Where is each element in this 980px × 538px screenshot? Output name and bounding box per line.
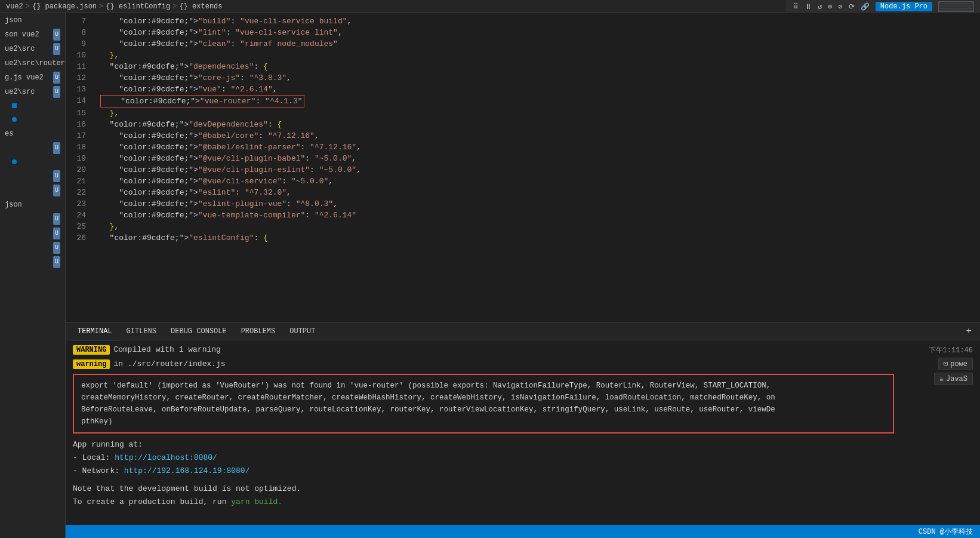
code-line-16: 16 "color:#9cdcfe;">"devDependencies": {	[66, 119, 980, 130]
code-line-22: 22 "color:#9cdcfe;">"eslint": "^7.32.0",	[66, 187, 980, 198]
sidebar-item[interactable]: U	[0, 255, 65, 269]
dot-indicator	[12, 159, 17, 164]
code-line-17: 17 "color:#9cdcfe;">"@babel/core": "^7.1…	[66, 130, 980, 142]
terminal-tabs-bar: TERMINAL GITLENS DEBUG CONSOLE PROBLEMS …	[66, 322, 980, 340]
toolbar-stop-icon[interactable]: ⊘	[839, 2, 843, 11]
tab-debug-console[interactable]: DEBUG CONSOLE	[164, 322, 234, 340]
warning-badge: WARNING	[73, 345, 110, 355]
code-line-18: 18 "color:#9cdcfe;">"@babel/eslint-parse…	[66, 142, 980, 153]
note-line2: To create a production build, run	[73, 497, 231, 506]
dot-indicator	[12, 103, 17, 108]
sidebar-item[interactable]: U	[0, 212, 65, 226]
sidebar-item[interactable]: U	[0, 183, 65, 198]
code-line-12: 12 "color:#9cdcfe;">"core-js": "^3.8.3",	[66, 72, 980, 84]
minimap-thumbnail	[938, 1, 974, 12]
sidebar-item[interactable]: json	[0, 13, 65, 27]
timestamp: 下午1:11:46	[929, 345, 973, 355]
app-running-section: App running at: - Local: http://localhos…	[73, 438, 894, 509]
terminal-content-area: WARNINGCompiled with 1 warning warningin…	[73, 345, 894, 520]
toolbar-add-icon[interactable]: ⊕	[828, 2, 832, 11]
terminal-add-button[interactable]: +	[962, 326, 975, 337]
warning-compiled-line: WARNINGCompiled with 1 warning	[73, 345, 894, 355]
terminal-side-power[interactable]: ⊡ powe	[938, 358, 973, 370]
local-label: - Local:	[73, 453, 110, 462]
network-url[interactable]: http://192.168.124.19:8080/	[124, 466, 250, 475]
code-line-25: 25 },	[66, 221, 980, 232]
sidebar-item[interactable]: ue2\src\router	[0, 56, 65, 70]
code-line-26: 26 "color:#9cdcfe;">"eslintConfig": {	[66, 232, 980, 244]
warning-location-badge: warning	[73, 359, 110, 369]
code-line-13: 13 "color:#9cdcfe;">"vue": "^2.6.14",	[66, 84, 980, 95]
warning-location-line: warningin ./src/router/index.js	[73, 359, 894, 369]
sidebar-item[interactable]: U	[0, 241, 65, 255]
error-box: export 'default' (imported as 'VueRouter…	[73, 374, 894, 434]
code-line-24: 24 "color:#9cdcfe;">"vue-template-compil…	[66, 210, 980, 221]
code-line-9: 9 "color:#9cdcfe;">"clean": "rimraf node…	[66, 38, 980, 50]
sidebar-item[interactable]: U	[0, 141, 65, 155]
warning-path: in ./src/router/index.js	[113, 359, 225, 368]
dot-indicator	[12, 117, 17, 122]
app-running-title: App running at:	[73, 438, 894, 451]
warning-message: Compiled with 1 warning	[113, 345, 220, 354]
sidebar-item[interactable]: U	[0, 169, 65, 183]
code-line-11: 11 "color:#9cdcfe;">"dependencies": {	[66, 61, 980, 72]
tab-problems[interactable]: PROBLEMS	[234, 322, 283, 340]
code-line-23: 23 "color:#9cdcfe;">"eslint-plugin-vue":…	[66, 198, 980, 210]
sidebar-item[interactable]: ue2\src U	[0, 85, 65, 99]
sidebar-item[interactable]: es	[0, 127, 65, 141]
tab-gitlens[interactable]: GITLENS	[119, 322, 164, 340]
sidebar-item[interactable]: g.js vue2 U	[0, 70, 65, 85]
code-line-7: 7 "color:#9cdcfe;">"build": "vue-cli-ser…	[66, 16, 980, 27]
sidebar-item[interactable]: json	[0, 198, 65, 212]
note-command: yarn build.	[231, 497, 282, 506]
code-line-20: 20 "color:#9cdcfe;">"@vue/cli-plugin-esl…	[66, 164, 980, 176]
code-line-8: 8 "color:#9cdcfe;">"lint": "vue-cli-serv…	[66, 27, 980, 38]
sidebar-item[interactable]: U	[0, 226, 65, 241]
sidebar-item[interactable]: ue2\src U	[0, 42, 65, 56]
toolbar-refresh-icon[interactable]: ↺	[818, 2, 822, 11]
breadcrumb: vue2 > {} package.json > {} eslintConfig…	[6, 2, 223, 11]
node-label: Node.js Pro	[876, 2, 932, 11]
code-line-15: 15 },	[66, 107, 980, 119]
code-line-10: 10 },	[66, 50, 980, 61]
toolbar-pause-icon[interactable]: ⏸	[805, 2, 812, 11]
network-label: - Network:	[73, 466, 119, 475]
terminal-side-java[interactable]: ☕ JavaS	[934, 373, 973, 385]
tab-output[interactable]: OUTPUT	[282, 322, 322, 340]
sidebar: json son vue2 U ue2\src U ue2\src\router…	[0, 13, 66, 538]
tab-terminal[interactable]: TERMINAL	[70, 322, 119, 340]
code-line-21: 21 "color:#9cdcfe;">"@vue/cli-service": …	[66, 176, 980, 187]
sidebar-item[interactable]: son vue2 U	[0, 27, 65, 42]
code-line-14: 14 "color:#9cdcfe;">"vue-router": "^4.1.…	[66, 95, 980, 107]
status-bar: CSDN @小李科技	[66, 525, 980, 538]
local-url[interactable]: http://localhost:8080/	[115, 453, 217, 462]
code-line-19: 19 "color:#9cdcfe;">"@vue/cli-plugin-bab…	[66, 153, 980, 164]
note-line1: Note that the development build is not o…	[73, 484, 301, 493]
toolbar-link-icon[interactable]: 🔗	[861, 2, 870, 11]
toolbar-dots-icon: ⠿	[793, 2, 799, 11]
toolbar-sync-icon[interactable]: ⟳	[849, 2, 855, 11]
terminal-side-panel: 下午1:11:46 ⊡ powe ☕ JavaS	[901, 345, 973, 520]
status-label: CSDN @小李科技	[919, 527, 973, 537]
